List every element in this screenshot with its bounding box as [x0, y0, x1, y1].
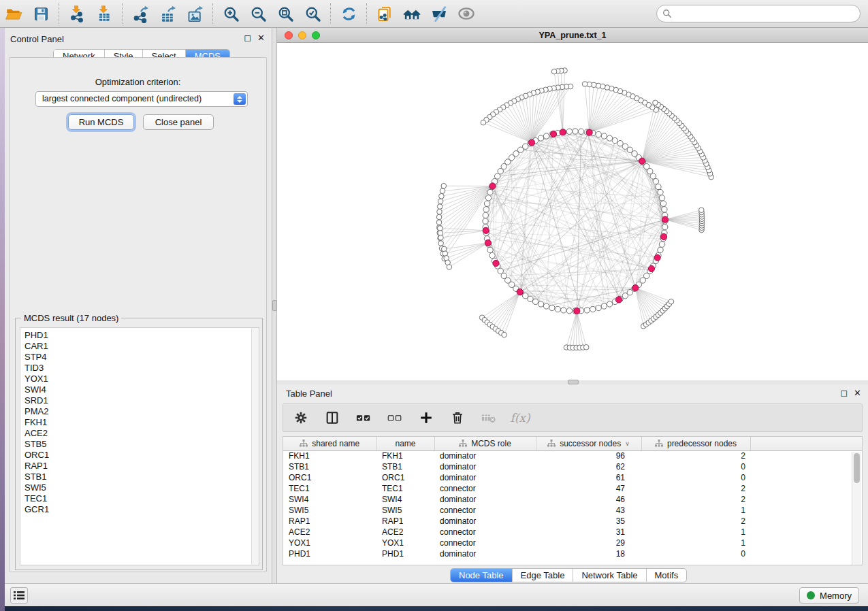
- table-cell[interactable]: dominator: [434, 450, 536, 461]
- table-cell[interactable]: STB1: [376, 461, 434, 472]
- table-cell[interactable]: TEC1: [283, 483, 376, 494]
- search-box[interactable]: [656, 5, 861, 22]
- tab-network-table[interactable]: Network Table: [573, 569, 646, 582]
- mcds-result-item[interactable]: SWI4: [25, 384, 259, 395]
- run-mcds-button[interactable]: Run MCDS: [68, 114, 134, 130]
- tab-node-table[interactable]: Node Table: [451, 569, 513, 582]
- table-row[interactable]: ACE2ACE2connector311: [283, 527, 862, 538]
- table-cell[interactable]: dominator: [434, 461, 536, 472]
- table-cell[interactable]: 1: [641, 505, 750, 516]
- network-view[interactable]: [277, 43, 868, 380]
- zoom-in-icon[interactable]: [217, 2, 244, 25]
- network-canvas[interactable]: [277, 43, 868, 380]
- table-cell[interactable]: 0: [641, 472, 750, 483]
- table-cell[interactable]: 61: [536, 472, 641, 483]
- mcds-result-item[interactable]: CAR1: [25, 341, 259, 352]
- table-cell[interactable]: 2: [641, 450, 750, 461]
- close-panel-button[interactable]: Close panel: [143, 114, 214, 130]
- unselect-all-checkboxes-icon[interactable]: [387, 409, 403, 427]
- table-cell[interactable]: 2: [641, 516, 750, 527]
- table-row[interactable]: RAP1RAP1dominator352: [283, 516, 862, 527]
- tab-motifs[interactable]: Motifs: [647, 569, 687, 582]
- table-cell[interactable]: 31: [536, 527, 641, 538]
- mcds-result-item[interactable]: TID3: [25, 363, 259, 374]
- table-cell[interactable]: FKH1: [283, 450, 376, 461]
- zoom-fit-icon[interactable]: [272, 2, 299, 25]
- table-cell[interactable]: 1: [641, 538, 750, 548]
- memory-button[interactable]: Memory: [799, 587, 859, 604]
- table-cell[interactable]: TEC1: [376, 483, 434, 494]
- mcds-result-item[interactable]: STB1: [25, 472, 259, 482]
- column-header-shared-name[interactable]: shared name: [283, 437, 376, 450]
- table-cell[interactable]: 46: [536, 494, 641, 505]
- table-cell[interactable]: FKH1: [376, 450, 434, 461]
- table-row[interactable]: STB1STB1dominator620: [283, 461, 862, 472]
- vertical-splitter[interactable]: [272, 28, 277, 583]
- export-image-icon[interactable]: [181, 2, 208, 25]
- column-header-mcds-role[interactable]: MCDS role: [434, 437, 536, 450]
- table-cell[interactable]: SWI4: [376, 494, 434, 505]
- table-cell[interactable]: 96: [536, 450, 641, 461]
- table-cell[interactable]: STB1: [283, 461, 376, 472]
- network-browser-icon[interactable]: [398, 2, 425, 25]
- mcds-result-item[interactable]: ACE2: [25, 428, 259, 439]
- mcds-result-item[interactable]: TEC1: [25, 493, 259, 504]
- mcds-result-item[interactable]: YOX1: [25, 374, 259, 384]
- export-network-icon[interactable]: [127, 2, 154, 25]
- column-header-successor-nodes[interactable]: successor nodes ∨: [536, 437, 641, 450]
- mcds-result-item[interactable]: FKH1: [25, 417, 259, 428]
- column-header-predecessor-nodes[interactable]: predecessor nodes: [641, 437, 750, 450]
- table-cell[interactable]: connector: [434, 538, 536, 548]
- add-column-icon[interactable]: [418, 409, 434, 427]
- splitter-handle[interactable]: [568, 380, 579, 384]
- float-panel-icon[interactable]: ◻: [244, 33, 251, 42]
- mcds-result-item[interactable]: GCR1: [25, 504, 259, 515]
- columns-icon[interactable]: [324, 409, 340, 427]
- table-cell[interactable]: 1: [641, 527, 750, 538]
- show-display-icon[interactable]: [453, 2, 480, 25]
- table-cell[interactable]: ACE2: [376, 527, 434, 538]
- table-row[interactable]: FKH1FKH1dominator962: [283, 450, 862, 461]
- table-row[interactable]: TEC1TEC1connector472: [283, 483, 862, 494]
- mcds-result-item[interactable]: SRD1: [25, 395, 259, 406]
- mcds-result-item[interactable]: SWI5: [25, 482, 259, 493]
- mcds-list-scrollbar[interactable]: [251, 328, 259, 565]
- table-cell[interactable]: connector: [434, 505, 536, 516]
- open-session-icon[interactable]: [0, 2, 27, 25]
- table-cell[interactable]: dominator: [434, 548, 536, 559]
- table-row[interactable]: YOX1YOX1connector291: [283, 538, 862, 548]
- zoom-selected-icon[interactable]: [299, 2, 326, 25]
- table-row[interactable]: SWI4SWI4dominator462: [283, 494, 862, 505]
- table-cell[interactable]: PHD1: [283, 548, 376, 559]
- table-scrollbar[interactable]: [852, 452, 861, 565]
- table-cell[interactable]: SWI4: [283, 494, 376, 505]
- table-cell[interactable]: connector: [434, 527, 536, 538]
- mcds-result-item[interactable]: RAP1: [25, 461, 259, 472]
- table-cell[interactable]: 0: [641, 548, 750, 559]
- table-cell[interactable]: 47: [536, 483, 641, 494]
- clone-network-icon[interactable]: [371, 2, 398, 25]
- table-scrollbar-thumb[interactable]: [854, 453, 860, 483]
- mcds-result-item[interactable]: STB5: [25, 439, 259, 450]
- zoom-out-icon[interactable]: [244, 2, 272, 25]
- table-row[interactable]: SWI5SWI5connector431: [283, 505, 862, 516]
- mcds-result-item[interactable]: PMA2: [25, 406, 259, 417]
- export-table-icon[interactable]: [154, 2, 181, 25]
- float-panel-icon[interactable]: ◻: [840, 389, 848, 397]
- table-cell[interactable]: SWI5: [376, 505, 434, 516]
- mcds-result-item[interactable]: ORC1: [25, 450, 259, 461]
- table-cell[interactable]: PHD1: [376, 548, 434, 559]
- table-cell[interactable]: connector: [434, 483, 536, 494]
- close-panel-icon[interactable]: ✕: [257, 33, 265, 42]
- save-session-icon[interactable]: [27, 2, 54, 25]
- select-all-checkboxes-icon[interactable]: [355, 409, 372, 427]
- table-cell[interactable]: 2: [641, 494, 750, 505]
- table-cell[interactable]: ACE2: [283, 527, 376, 538]
- table-cell[interactable]: 2: [641, 483, 750, 494]
- table-cell[interactable]: 0: [641, 461, 750, 472]
- refresh-layout-icon[interactable]: [335, 2, 362, 25]
- hide-display-icon[interactable]: [425, 2, 453, 25]
- table-cell[interactable]: 43: [536, 505, 641, 516]
- table-cell[interactable]: YOX1: [376, 538, 434, 548]
- table-cell[interactable]: SWI5: [283, 505, 376, 516]
